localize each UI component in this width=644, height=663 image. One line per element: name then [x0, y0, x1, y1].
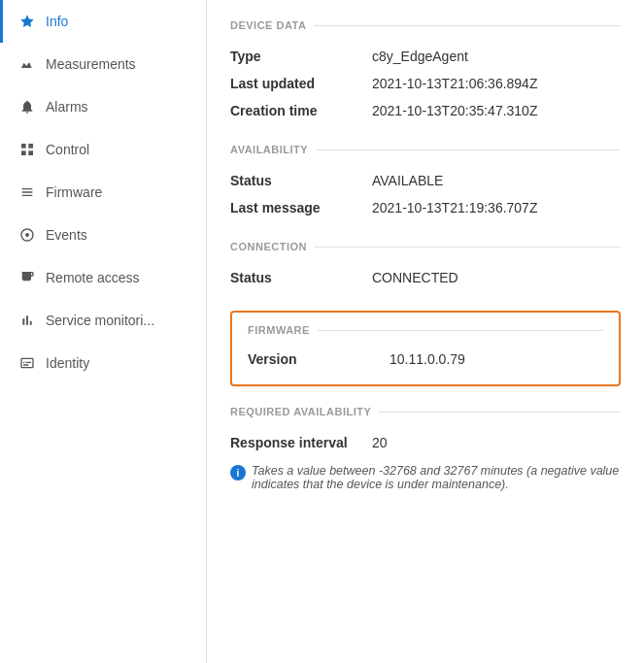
device-data-title: DEVICE DATA: [230, 19, 306, 31]
connection-status-value: CONNECTED: [372, 270, 458, 285]
firmware-version-value: 10.11.0.0.79: [390, 351, 465, 367]
availability-section: AVAILABILITY Status AVAILABLE Last messa…: [230, 144, 621, 221]
sidebar: Info Measurements Alarms Control Firmwar…: [0, 0, 207, 663]
firmware-divider: [318, 330, 603, 331]
creation-time-label: Creation time: [230, 103, 356, 118]
identity-icon: [18, 354, 36, 372]
connection-title: CONNECTION: [230, 241, 307, 252]
table-row: Status CONNECTED: [230, 264, 621, 291]
connection-section: CONNECTION Status CONNECTED: [230, 241, 621, 291]
creation-time-value: 2021-10-13T20:35:47.310Z: [372, 103, 537, 118]
events-icon: [18, 226, 36, 244]
svg-rect-2: [21, 150, 26, 155]
control-icon: [18, 141, 36, 158]
availability-status-value: AVAILABLE: [372, 173, 443, 188]
sidebar-item-identity-label: Identity: [46, 355, 89, 371]
required-availability-title: REQUIRED AVAILABILITY: [230, 406, 371, 417]
sidebar-item-measurements-label: Measurements: [46, 56, 136, 72]
sidebar-item-info-label: Info: [46, 14, 68, 29]
svg-rect-3: [28, 150, 33, 155]
connection-header: CONNECTION: [230, 241, 621, 252]
table-row: Last message 2021-10-13T21:19:36.707Z: [230, 194, 621, 221]
response-interval-label: Response interval: [230, 435, 356, 450]
svg-rect-1: [28, 144, 33, 149]
info-icon: i: [230, 465, 246, 481]
svg-rect-0: [21, 144, 26, 149]
device-data-header: DEVICE DATA: [230, 19, 621, 31]
response-interval-value: 20: [372, 435, 388, 450]
info-note-text: Takes a value between -32768 and 32767 m…: [252, 464, 621, 491]
sidebar-item-remote-access-label: Remote access: [46, 270, 139, 285]
star-icon: [18, 13, 36, 30]
table-row: Type c8y_EdgeAgent: [230, 43, 621, 70]
last-message-value: 2021-10-13T21:19:36.707Z: [372, 200, 537, 215]
table-row: Response interval 20: [230, 429, 621, 456]
type-label: Type: [230, 49, 356, 64]
last-message-label: Last message: [230, 200, 356, 215]
required-availability-section: REQUIRED AVAILABILITY Response interval …: [230, 406, 621, 491]
availability-header: AVAILABILITY: [230, 144, 621, 155]
sidebar-item-control[interactable]: Control: [0, 128, 206, 171]
sidebar-item-remote-access[interactable]: Remote access: [0, 256, 206, 299]
sidebar-item-service-monitoring-label: Service monitori...: [46, 313, 154, 328]
info-note: i Takes a value between -32768 and 32767…: [230, 464, 621, 491]
availability-title: AVAILABILITY: [230, 144, 308, 155]
sidebar-item-firmware-label: Firmware: [46, 184, 102, 200]
required-availability-divider: [379, 412, 621, 413]
connection-status-label: Status: [230, 270, 356, 285]
device-data-divider: [314, 25, 621, 26]
table-row: Status AVAILABLE: [230, 167, 621, 194]
firmware-version-label: Version: [248, 351, 374, 367]
sidebar-item-events-label: Events: [46, 227, 87, 243]
bell-icon: [18, 98, 36, 116]
sidebar-item-alarms[interactable]: Alarms: [0, 85, 206, 128]
sidebar-item-service-monitoring[interactable]: Service monitori...: [0, 299, 206, 342]
device-data-section: DEVICE DATA Type c8y_EdgeAgent Last upda…: [230, 19, 621, 124]
sidebar-item-identity[interactable]: Identity: [0, 342, 206, 384]
table-row: Creation time 2021-10-13T20:35:47.310Z: [230, 97, 621, 124]
sidebar-item-firmware[interactable]: Firmware: [0, 171, 206, 214]
availability-divider: [316, 149, 621, 150]
chart-line-icon: [18, 55, 36, 73]
table-row: Last updated 2021-10-13T21:06:36.894Z: [230, 70, 621, 97]
required-availability-header: REQUIRED AVAILABILITY: [230, 406, 621, 417]
bar-chart-icon: [18, 312, 36, 329]
table-row: Version 10.11.0.0.79: [248, 346, 603, 373]
main-content: DEVICE DATA Type c8y_EdgeAgent Last upda…: [207, 0, 644, 663]
firmware-title: FIRMWARE: [248, 324, 310, 336]
firmware-section: FIRMWARE Version 10.11.0.0.79: [230, 311, 621, 386]
remote-icon: [18, 269, 36, 286]
svg-point-4: [25, 233, 29, 237]
last-updated-label: Last updated: [230, 76, 356, 91]
type-value: c8y_EdgeAgent: [372, 49, 468, 64]
firmware-header: FIRMWARE: [248, 324, 603, 336]
sidebar-item-info[interactable]: Info: [0, 0, 206, 43]
sidebar-item-alarms-label: Alarms: [46, 99, 88, 115]
availability-status-label: Status: [230, 173, 356, 188]
connection-divider: [315, 247, 621, 248]
sidebar-item-events[interactable]: Events: [0, 214, 206, 256]
sidebar-item-measurements[interactable]: Measurements: [0, 43, 206, 85]
firmware-icon: [18, 183, 36, 201]
sidebar-item-control-label: Control: [46, 142, 89, 157]
last-updated-value: 2021-10-13T21:06:36.894Z: [372, 76, 537, 91]
